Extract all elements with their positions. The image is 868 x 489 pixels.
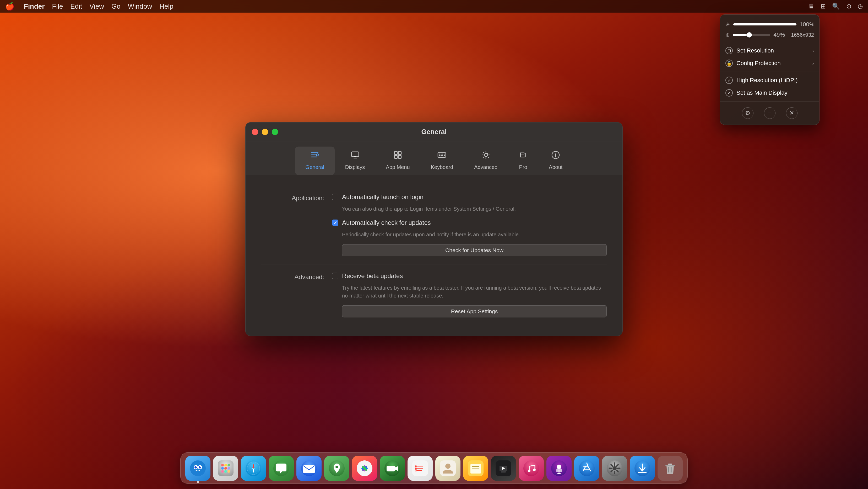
- about-tab-icon: [551, 150, 560, 162]
- dock-facetime[interactable]: [380, 456, 405, 481]
- dock-maps[interactable]: [324, 456, 349, 481]
- svg-rect-12: [438, 153, 446, 157]
- brightness-icon: ☀: [725, 21, 730, 28]
- apple-menu-icon[interactable]: 🍎: [5, 2, 14, 11]
- popup-minus-btn[interactable]: −: [764, 107, 775, 119]
- dock-tv[interactable]: ▶: [491, 456, 516, 481]
- popup-settings-btn[interactable]: ⚙: [742, 107, 753, 119]
- dock-music[interactable]: [519, 456, 544, 481]
- svg-rect-0: [311, 152, 318, 153]
- svg-point-37: [227, 467, 230, 469]
- dock-reminders[interactable]: [407, 456, 433, 481]
- menubar-help[interactable]: Help: [159, 2, 173, 10]
- minimize-button[interactable]: [262, 129, 268, 135]
- tab-about[interactable]: About: [538, 147, 573, 175]
- svg-rect-19: [444, 155, 445, 156]
- tab-displays[interactable]: Displays: [335, 147, 376, 175]
- svg-point-33: [224, 464, 227, 466]
- svg-point-24: [190, 460, 206, 476]
- svg-point-35: [221, 467, 224, 469]
- keyboard-tab-icon: [437, 150, 446, 162]
- popup-close-btn[interactable]: ✕: [786, 107, 798, 119]
- svg-rect-89: [668, 464, 672, 465]
- dock-podcasts[interactable]: [547, 456, 571, 481]
- maximize-button[interactable]: [272, 129, 278, 135]
- main-display-label: Set as Main Display: [737, 89, 787, 96]
- svg-rect-16: [444, 154, 445, 154]
- menubar-search-icon[interactable]: 🔍: [832, 3, 840, 10]
- auto-launch-label: Automatically launch on login: [342, 193, 424, 201]
- svg-point-69: [445, 464, 451, 469]
- advanced-label: Advanced:: [261, 272, 324, 317]
- svg-point-40: [227, 470, 230, 473]
- close-button[interactable]: [252, 129, 258, 135]
- general-tab-icon: [310, 150, 319, 162]
- scale-icon: ⊕: [725, 32, 730, 38]
- menubar-view[interactable]: View: [89, 2, 104, 10]
- config-protection-icon: 🔒: [725, 60, 733, 67]
- pro-tab-icon: [518, 150, 528, 162]
- dock-photos[interactable]: [352, 456, 377, 481]
- tab-keyboard[interactable]: Keyboard: [421, 147, 464, 175]
- hidpi-item[interactable]: ✓ High Resolution (HiDPI): [720, 74, 819, 87]
- dock-launchpad[interactable]: [213, 456, 238, 481]
- menubar-file[interactable]: File: [52, 2, 63, 10]
- hidpi-check-icon: ✓: [725, 77, 733, 84]
- svg-rect-17: [439, 155, 440, 156]
- dock-messages[interactable]: [269, 456, 294, 481]
- brightness-slider[interactable]: [733, 23, 797, 25]
- svg-rect-15: [442, 154, 443, 154]
- svg-point-34: [227, 464, 230, 466]
- menubar-edit[interactable]: Edit: [70, 2, 82, 10]
- menubar-finder[interactable]: Finder: [24, 2, 44, 10]
- menubar-go[interactable]: Go: [112, 2, 121, 10]
- svg-rect-14: [440, 154, 442, 154]
- set-resolution-item[interactable]: ⊡ Set Resolution ›: [720, 44, 819, 57]
- tab-advanced[interactable]: Advanced: [464, 147, 508, 175]
- dialog-titlebar: General: [246, 122, 622, 141]
- display-popup-menu: ☀ 100% ⊕ 49% 1656x932 ⊡ Set Resolution ›…: [720, 15, 819, 125]
- displays-tab-icon: [350, 150, 360, 162]
- menubar-monitor-icon[interactable]: 🖥: [808, 3, 814, 10]
- dock-safari[interactable]: [241, 456, 266, 481]
- application-content: Automatically launch on login You can al…: [332, 193, 607, 256]
- svg-point-79: [533, 468, 536, 471]
- dock-system-settings[interactable]: [602, 456, 627, 481]
- menubar-controls-icon[interactable]: ⊙: [846, 3, 851, 10]
- general-tab-label: General: [306, 164, 324, 170]
- brightness-fill: [733, 23, 797, 25]
- tab-pro[interactable]: Pro: [508, 147, 538, 175]
- tab-app-menu[interactable]: App Menu: [375, 147, 420, 175]
- tab-general[interactable]: General: [295, 147, 335, 175]
- dock-finder[interactable]: [185, 456, 211, 481]
- main-display-item[interactable]: ✓ Set as Main Display: [720, 87, 819, 99]
- dialog-content: Application: Automatically launch on log…: [246, 175, 622, 336]
- scale-slider[interactable]: [733, 34, 770, 36]
- auto-updates-row: Automatically check for updates: [332, 219, 607, 226]
- reset-settings-button[interactable]: Reset App Settings: [342, 305, 607, 317]
- dock: ▶: [180, 452, 688, 484]
- auto-launch-checkbox[interactable]: [332, 194, 338, 200]
- menubar-window[interactable]: Window: [128, 2, 152, 10]
- dock-appstore[interactable]: [574, 456, 599, 481]
- svg-rect-60: [386, 466, 395, 471]
- svg-rect-8: [395, 152, 397, 154]
- dock-notes[interactable]: [463, 456, 488, 481]
- svg-point-27: [194, 466, 197, 468]
- beta-updates-label: Receive beta updates: [342, 272, 403, 280]
- beta-updates-checkbox[interactable]: [332, 273, 338, 279]
- dock-mail[interactable]: [297, 456, 321, 481]
- check-updates-button[interactable]: Check for Updates Now: [342, 244, 607, 256]
- svg-point-78: [528, 469, 530, 472]
- config-protection-item[interactable]: 🔒 Config Protection ›: [720, 57, 819, 69]
- dock-contacts[interactable]: [435, 456, 461, 481]
- brightness-row: ☀ 100%: [720, 19, 819, 30]
- menubar-grid-icon[interactable]: ⊞: [820, 3, 826, 10]
- auto-updates-checkbox[interactable]: [332, 220, 338, 226]
- dock-trash[interactable]: [657, 456, 683, 481]
- dock-downloads[interactable]: [630, 456, 655, 481]
- svg-point-30: [200, 466, 201, 467]
- auto-updates-help: Periodically check for updates upon and …: [332, 231, 607, 238]
- set-resolution-arrow: ›: [812, 48, 814, 54]
- app-menu-tab-label: App Menu: [386, 164, 410, 170]
